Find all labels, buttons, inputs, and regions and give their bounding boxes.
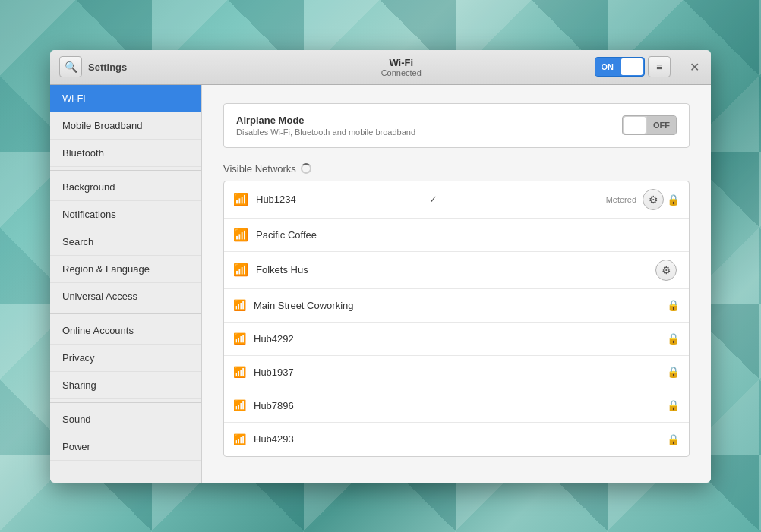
sidebar-item-bluetooth[interactable]: Bluetooth: [50, 140, 201, 167]
wifi-panel-status: Connected: [381, 68, 422, 77]
airplane-mode-toggle[interactable]: OFF: [622, 115, 677, 135]
network-item-hub1234[interactable]: 📶 Hub1234 ✓ Metered ⚙ 🔒: [224, 181, 689, 219]
wifi-panel-title: Wi-Fi: [389, 57, 413, 68]
network-name-hub7896: Hub7896: [254, 400, 460, 411]
sidebar-item-mobile-broadband[interactable]: Mobile Broadband: [50, 112, 201, 140]
network-lock-icon-hub1234: 🔒: [667, 194, 680, 206]
settings-window: 🔍 Settings Wi-Fi Connected ON ≡ ✕ Wi-Fi …: [50, 50, 711, 483]
sidebar-item-search[interactable]: Search: [50, 228, 201, 256]
app-title: Settings: [88, 61, 127, 73]
network-lock-icon-hub1937: 🔒: [667, 366, 680, 378]
network-name-hub4292: Hub4292: [254, 333, 460, 345]
sidebar-divider-3: [50, 402, 201, 403]
wifi-toggle-on[interactable]: ON: [595, 57, 646, 77]
sidebar-item-region-language[interactable]: Region & Language: [50, 256, 201, 283]
toggle-on-label: ON: [595, 58, 620, 76]
network-lock-icon-hub4293: 🔒: [667, 433, 680, 445]
sidebar-item-universal-access[interactable]: Universal Access: [50, 283, 201, 310]
network-item-hub4293[interactable]: 📶 Hub4293 🔒: [224, 423, 689, 456]
sidebar-divider-2: [50, 313, 201, 314]
main-content: Wi-Fi Mobile Broadband Bluetooth Backgro…: [50, 85, 711, 483]
network-lock-icon-main-street: 🔒: [667, 299, 680, 311]
search-button[interactable]: 🔍: [59, 56, 82, 77]
airplane-mode-title: Airplane Mode: [236, 115, 415, 126]
sidebar: Wi-Fi Mobile Broadband Bluetooth Backgro…: [50, 85, 202, 483]
network-item-hub4292[interactable]: 📶 Hub4292 🔒: [224, 323, 689, 356]
hamburger-menu-button[interactable]: ≡: [648, 56, 671, 77]
loading-spinner: [301, 163, 311, 174]
network-item-folkets-hus[interactable]: 📶 Folkets Hus ⚙: [224, 252, 689, 289]
titlebar: 🔍 Settings Wi-Fi Connected ON ≡ ✕: [50, 50, 711, 85]
toggle-off-knob: [624, 117, 646, 134]
close-button[interactable]: ✕: [684, 56, 705, 77]
toggle-on-knob: [621, 58, 643, 75]
network-item-hub1937[interactable]: 📶 Hub1937 🔒: [224, 356, 689, 389]
wifi-signal-icon-folkets-hus: 📶: [233, 263, 248, 277]
titlebar-center: Wi-Fi Connected: [208, 57, 595, 77]
connected-checkmark-hub1234: ✓: [429, 194, 437, 205]
visible-networks-label: Visible Networks: [223, 163, 296, 175]
network-lock-icon-hub7896: 🔒: [667, 399, 680, 411]
sidebar-item-privacy[interactable]: Privacy: [50, 345, 201, 372]
network-settings-button-hub1234[interactable]: ⚙: [643, 189, 664, 210]
titlebar-separator: [677, 58, 677, 76]
sidebar-item-sound[interactable]: Sound: [50, 406, 201, 433]
toggle-off-label: OFF: [647, 116, 676, 134]
sidebar-divider-1: [50, 170, 201, 171]
airplane-mode-card: Airplane Mode Disables Wi-Fi, Bluetooth …: [223, 103, 690, 148]
network-name-main-street: Main Street Coworking: [254, 300, 460, 311]
wifi-signal-icon-hub4293: 📶: [233, 433, 246, 445]
network-name-pacific-coffee: Pacific Coffee: [256, 229, 680, 241]
networks-list: 📶 Hub1234 ✓ Metered ⚙ 🔒 📶 Pacific Coffee…: [223, 181, 690, 457]
airplane-mode-desc: Disables Wi-Fi, Bluetooth and mobile bro…: [236, 127, 415, 137]
airplane-mode-info: Airplane Mode Disables Wi-Fi, Bluetooth …: [236, 115, 415, 137]
wifi-signal-icon-pacific-coffee: 📶: [233, 228, 248, 242]
network-item-main-street[interactable]: 📶 Main Street Coworking 🔒: [224, 289, 689, 323]
network-lock-icon-hub4292: 🔒: [667, 332, 680, 345]
network-name-hub1937: Hub1937: [254, 367, 460, 378]
network-item-pacific-coffee[interactable]: 📶 Pacific Coffee: [224, 219, 689, 252]
visible-networks-section-title: Visible Networks: [223, 163, 690, 175]
sidebar-item-online-accounts[interactable]: Online Accounts: [50, 317, 201, 345]
network-metered-hub1234: Metered: [606, 195, 636, 204]
wifi-content-panel: Airplane Mode Disables Wi-Fi, Bluetooth …: [202, 85, 711, 483]
wifi-signal-icon-hub7896: 📶: [233, 399, 246, 411]
network-item-hub7896[interactable]: 📶 Hub7896 🔒: [224, 389, 689, 423]
wifi-signal-icon-hub4292: 📶: [233, 332, 246, 345]
wifi-signal-icon-main-street: 📶: [233, 299, 246, 311]
network-name-hub4293: Hub4293: [254, 433, 460, 445]
network-name-folkets-hus: Folkets Hus: [256, 264, 456, 275]
network-settings-button-folkets-hus[interactable]: ⚙: [655, 260, 677, 281]
sidebar-item-notifications[interactable]: Notifications: [50, 201, 201, 228]
titlebar-left: 🔍 Settings: [56, 56, 208, 77]
sidebar-item-sharing[interactable]: Sharing: [50, 372, 201, 399]
network-name-hub1234: Hub1234: [256, 194, 425, 205]
sidebar-item-background[interactable]: Background: [50, 174, 201, 201]
titlebar-controls: ON ≡ ✕: [595, 56, 706, 77]
sidebar-item-power[interactable]: Power: [50, 433, 201, 461]
sidebar-item-wifi[interactable]: Wi-Fi: [50, 85, 201, 112]
wifi-signal-icon-hub1234: 📶: [233, 192, 248, 206]
wifi-signal-icon-hub1937: 📶: [233, 366, 246, 378]
